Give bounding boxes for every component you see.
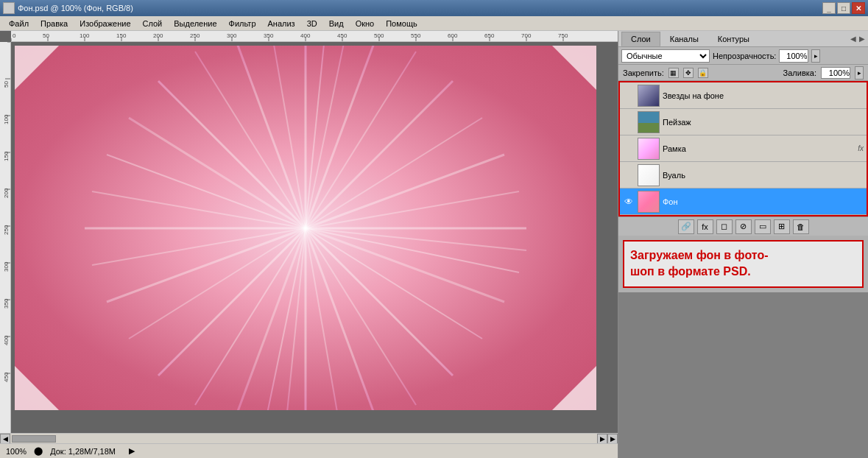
scrollbar-horizontal[interactable]: ◀ ▶ ▶ <box>0 433 618 443</box>
lock-move-btn[interactable]: ✥ <box>683 68 694 78</box>
svg-line-70 <box>306 228 342 410</box>
svg-rect-88 <box>638 112 660 123</box>
opacity-label: Непрозрачность: <box>713 52 776 60</box>
menu-select[interactable]: Выделение <box>168 18 222 29</box>
window-title: Фон.psd @ 100% (Фон, RGB/8) <box>18 4 133 13</box>
lock-pixels-btn[interactable]: ▦ <box>668 68 679 78</box>
app-icon <box>3 2 15 14</box>
minimize-button[interactable]: _ <box>822 2 836 14</box>
mask-btn[interactable]: ◻ <box>716 219 733 234</box>
svg-text:400: 400 <box>3 335 10 345</box>
svg-text:0: 0 <box>13 32 16 39</box>
svg-rect-33 <box>0 42 11 403</box>
svg-text:250: 250 <box>3 225 10 235</box>
menu-help[interactable]: Помощь <box>380 18 423 29</box>
annotation-text: Загружаем фон в фото-шоп в формате PSD. <box>630 249 769 278</box>
tab-paths[interactable]: Контуры <box>708 32 759 46</box>
layer-item-landscape[interactable]: Пейзаж <box>620 109 867 135</box>
svg-line-73 <box>261 228 306 410</box>
main-layout: 0 50 100 150 200 250 300 350 400 <box>0 31 868 458</box>
panel-collapse-right[interactable]: ▶ <box>859 35 865 43</box>
corner-tr <box>552 46 596 90</box>
status-icon: ⬤ <box>34 446 43 456</box>
lock-label: Закрепить: <box>623 68 664 77</box>
svg-line-86 <box>232 46 306 228</box>
panel-collapse-left[interactable]: ◀ <box>850 35 856 43</box>
layer-item-stars[interactable]: Звезды на фоне <box>620 82 867 109</box>
menu-image[interactable]: Изображение <box>74 18 136 29</box>
svg-text:600: 600 <box>448 32 458 39</box>
window-controls: _ □ ✕ <box>822 2 865 14</box>
annotation-box: Загружаем фон в фото-шоп в формате PSD. <box>623 240 864 288</box>
svg-text:400: 400 <box>300 32 311 39</box>
layer-eye-fond[interactable]: 👁 <box>623 196 635 208</box>
menu-filter[interactable]: Фильтр <box>223 18 262 29</box>
new-layer-btn[interactable]: ⊞ <box>774 219 790 234</box>
canvas-area: 0 50 100 150 200 250 300 350 400 <box>0 31 618 458</box>
svg-text:500: 500 <box>374 32 384 39</box>
lock-all-btn[interactable]: 🔒 <box>698 68 708 78</box>
doc-info: Док: 1,28M/7,18M <box>50 447 116 456</box>
layer-eye-veil[interactable] <box>623 169 635 181</box>
svg-line-74 <box>232 228 306 410</box>
layer-eye-landscape[interactable] <box>623 116 635 128</box>
menu-view[interactable]: Вид <box>323 18 350 29</box>
tab-channels[interactable]: Каналы <box>660 32 708 46</box>
menu-edit[interactable]: Правка <box>35 18 74 29</box>
fill-input[interactable] <box>821 67 850 79</box>
scroll-next[interactable]: ▶ <box>129 446 135 456</box>
svg-text:200: 200 <box>3 188 10 198</box>
ruler-h-svg: 0 50 100 150 200 250 300 350 400 <box>11 31 593 42</box>
tab-layers[interactable]: Слои <box>621 32 660 46</box>
svg-text:550: 550 <box>411 32 421 39</box>
svg-text:450: 450 <box>337 32 347 39</box>
canvas-wrapper <box>11 42 618 433</box>
menu-analyze[interactable]: Анализ <box>262 18 301 29</box>
corner-bl <box>15 366 59 410</box>
layer-thumb-fond <box>638 191 660 213</box>
blend-mode-select[interactable]: Обычные <box>621 49 710 63</box>
layer-fx-frame: fx <box>858 144 864 152</box>
blend-mode-row: Обычные Непрозрачность: ▸ <box>618 47 868 65</box>
menu-bar: Файл Правка Изображение Слой Выделение Ф… <box>0 16 868 31</box>
close-button[interactable]: ✕ <box>852 2 865 14</box>
scroll-expand[interactable]: ▶ <box>607 434 618 444</box>
svg-text:300: 300 <box>227 32 237 39</box>
svg-text:100: 100 <box>80 32 90 39</box>
status-bar: 100% ⬤ Док: 1,28M/7,18M ▶ <box>0 443 618 458</box>
layers-panel: Обычные Непрозрачность: ▸ Закрепить: ▦ ✥… <box>618 47 868 236</box>
svg-text:750: 750 <box>558 32 568 39</box>
menu-window[interactable]: Окно <box>350 18 381 29</box>
link-layers-btn[interactable]: 🔗 <box>678 219 694 234</box>
layer-eye-frame[interactable] <box>623 143 635 155</box>
photoshop-window: Фон.psd @ 100% (Фон, RGB/8) _ □ ✕ Файл П… <box>0 0 868 458</box>
menu-file[interactable]: Файл <box>3 18 35 29</box>
ruler-canvas-wrapper: 50 100 150 200 250 300 350 <box>0 42 618 433</box>
layer-item-fond[interactable]: 👁 Фон <box>620 189 867 215</box>
scroll-right-arrow[interactable]: ▶ <box>597 434 607 444</box>
delete-layer-btn[interactable]: 🗑 <box>793 219 809 234</box>
adjustment-btn[interactable]: ⊘ <box>735 219 752 234</box>
zoom-level: 100% <box>6 447 27 456</box>
scrollbar-thumb[interactable] <box>12 435 56 443</box>
fx-btn[interactable]: fx <box>697 219 713 234</box>
maximize-button[interactable]: □ <box>837 2 850 14</box>
svg-text:350: 350 <box>3 298 10 309</box>
layer-item-veil[interactable]: Вуаль <box>620 162 867 189</box>
layer-eye-stars[interactable] <box>623 90 635 102</box>
opacity-arrow[interactable]: ▸ <box>811 49 820 63</box>
svg-line-64 <box>306 228 519 272</box>
fill-arrow[interactable]: ▸ <box>855 66 864 80</box>
svg-text:250: 250 <box>190 32 200 39</box>
opacity-input[interactable] <box>779 49 808 63</box>
layer-thumb-veil <box>638 164 660 186</box>
scroll-left-arrow[interactable]: ◀ <box>0 434 10 444</box>
ruler-horizontal: 0 50 100 150 200 250 300 350 400 <box>11 31 618 42</box>
svg-text:450: 450 <box>3 372 10 382</box>
layer-item-frame[interactable]: Рамка fx <box>620 135 867 162</box>
group-btn[interactable]: ▭ <box>755 219 771 234</box>
menu-3d[interactable]: 3D <box>301 18 323 29</box>
title-bar: Фон.psd @ 100% (Фон, RGB/8) _ □ ✕ <box>0 0 868 16</box>
svg-line-87 <box>269 46 306 228</box>
menu-layer[interactable]: Слой <box>137 18 169 29</box>
